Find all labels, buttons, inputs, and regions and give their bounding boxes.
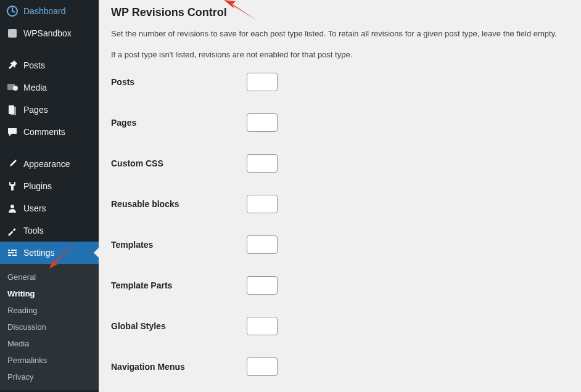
page-icon (6, 104, 19, 116)
revisions-input-templateparts[interactable] (247, 276, 278, 295)
submenu-reading[interactable]: Reading (0, 302, 99, 319)
sidebar-item-media[interactable]: Media (0, 76, 99, 99)
sandbox-icon (6, 27, 19, 39)
sidebar-item-appearance[interactable]: Appearance (0, 153, 99, 175)
svg-point-3 (13, 86, 18, 91)
settings-content: WP Revisions Control Set the number of r… (99, 0, 581, 392)
svg-rect-5 (10, 107, 16, 115)
revisions-form: Posts Pages Custom CSS Reusable blocks T… (111, 73, 569, 376)
sidebar-item-label: Users (23, 203, 46, 213)
section-desc-2: If a post type isn't listed, revisions a… (111, 49, 569, 61)
sidebar-item-label: WPSandbox (23, 28, 72, 38)
revisions-input-reusableblocks[interactable] (247, 195, 278, 213)
sliders-icon (6, 247, 19, 259)
field-label: Custom CSS (111, 158, 247, 168)
submenu-discussion[interactable]: Discussion (0, 319, 99, 335)
plug-icon (6, 180, 19, 192)
section-desc-1: Set the number of revisions to save for … (111, 28, 569, 40)
sidebar-item-label: Appearance (23, 159, 70, 169)
svg-rect-1 (8, 29, 17, 38)
submenu-writing[interactable]: Writing (0, 285, 99, 302)
sidebar-item-label: Dashboard (23, 6, 66, 16)
pin-icon (6, 59, 19, 71)
sidebar-item-posts[interactable]: Posts (0, 54, 99, 76)
revisions-input-pages[interactable] (247, 113, 278, 132)
sidebar-item-pages[interactable]: Pages (0, 99, 99, 121)
field-label: Posts (111, 77, 247, 87)
sidebar-item-wpsandbox[interactable]: WPSandbox (0, 22, 99, 44)
field-row-pages: Pages (111, 113, 569, 132)
sidebar-item-label: Pages (23, 105, 48, 115)
field-label: Global Styles (111, 321, 247, 331)
sidebar-item-label: Tools (23, 226, 44, 235)
revisions-input-customcss[interactable] (247, 154, 278, 173)
user-icon (6, 202, 19, 214)
sidebar-item-plugins[interactable]: Plugins (0, 175, 99, 197)
field-label: Navigation Menus (111, 362, 247, 372)
media-icon (6, 81, 19, 94)
field-label: Template Parts (111, 280, 247, 290)
submenu-media[interactable]: Media (0, 335, 99, 352)
dashboard-icon (6, 5, 19, 17)
field-row-navmenus: Navigation Menus (111, 357, 569, 376)
field-label: Pages (111, 118, 247, 128)
sidebar-item-label: Plugins (23, 181, 52, 191)
sidebar-item-label: Comments (23, 127, 65, 137)
sidebar-item-comments[interactable]: Comments (0, 121, 99, 143)
revisions-input-templates[interactable] (247, 235, 278, 254)
svg-point-6 (10, 205, 14, 208)
field-row-posts: Posts (111, 73, 569, 91)
field-row-customcss: Custom CSS (111, 154, 569, 173)
annotation-arrow-icon (221, 0, 264, 27)
revisions-input-posts[interactable] (247, 73, 278, 91)
field-row-reusableblocks: Reusable blocks (111, 195, 569, 213)
sidebar-item-label: Media (23, 83, 47, 92)
field-label: Templates (111, 240, 247, 250)
sidebar-item-label: Posts (23, 60, 45, 70)
field-row-globalstyles: Global Styles (111, 317, 569, 335)
annotation-arrow-icon (44, 237, 81, 274)
sidebar-item-users[interactable]: Users (0, 197, 99, 219)
submenu-privacy[interactable]: Privacy (0, 369, 99, 385)
field-row-templates: Templates (111, 235, 569, 254)
wrench-icon (6, 224, 19, 237)
field-row-templateparts: Template Parts (111, 276, 569, 295)
admin-sidebar: Dashboard WPSandbox Posts Media Pages Co… (0, 0, 99, 392)
submenu-permalinks[interactable]: Permalinks (0, 352, 99, 369)
revisions-input-navmenus[interactable] (247, 357, 278, 376)
field-label: Reusable blocks (111, 199, 247, 209)
comment-icon (6, 126, 19, 138)
section-title: WP Revisions Control (111, 6, 569, 19)
settings-submenu: General Writing Reading Discussion Media… (0, 264, 99, 390)
brush-icon (6, 158, 19, 170)
revisions-input-globalstyles[interactable] (247, 317, 278, 335)
sidebar-item-dashboard[interactable]: Dashboard (0, 0, 99, 22)
